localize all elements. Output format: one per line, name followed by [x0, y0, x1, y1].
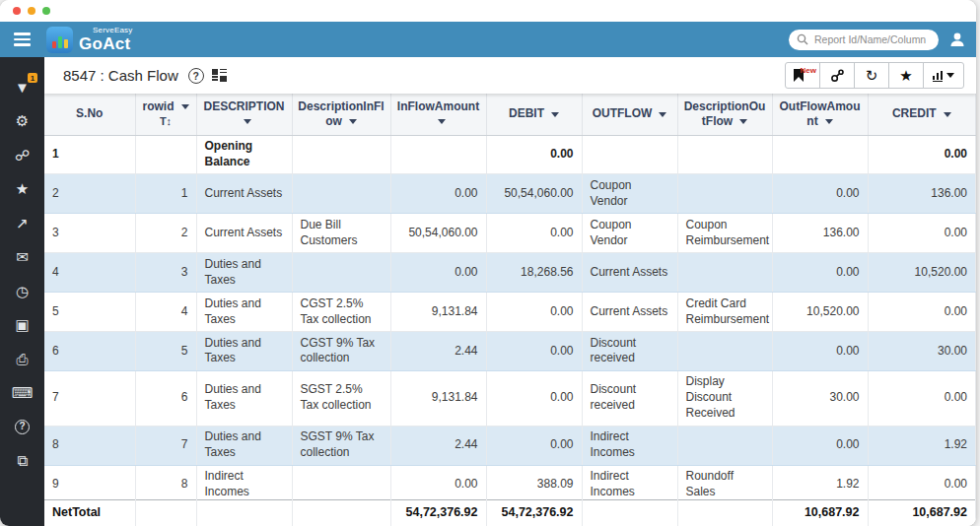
cell: 0.00	[772, 174, 868, 214]
app-header: ServeEasy GoAct	[0, 22, 976, 57]
cell: Coupon Vendor	[582, 174, 677, 214]
cell: CGST 9% Tax collection	[292, 332, 390, 371]
sidebar-item-mail[interactable]: ✉	[0, 240, 44, 275]
cell: 0.00	[772, 426, 868, 465]
sidebar-item-filter[interactable]: ▼1	[0, 70, 44, 104]
sort-caret-icon	[739, 119, 747, 124]
cell: 0.00	[772, 253, 868, 293]
net-total-value	[677, 499, 772, 526]
window-titlebar	[0, 0, 976, 22]
table-row[interactable]: 87Duties and TaxesSGST 9% Tax collection…	[44, 426, 976, 465]
cell: 7	[44, 370, 135, 426]
sidebar-item-history[interactable]: ◷	[0, 274, 44, 308]
report-grid-icon[interactable]	[212, 69, 227, 82]
net-total-value	[292, 499, 390, 526]
sidebar-item-settings[interactable]: ⚙	[0, 104, 44, 139]
cell: Roundoff Sales	[677, 465, 772, 498]
search-input[interactable]	[812, 33, 931, 46]
cell: 0.00	[868, 465, 976, 498]
sort-caret-icon	[944, 112, 951, 117]
sidebar-item-share[interactable]: ↗	[0, 206, 44, 240]
table-row[interactable]: 76Duties and TaxesSGST 2.5% Tax collecti…	[44, 370, 976, 426]
chart-view-button[interactable]	[923, 62, 964, 89]
column-header-description[interactable]: DESCRIPTION	[196, 94, 292, 135]
cell: 4	[135, 293, 196, 332]
window-maximize-button[interactable]	[42, 7, 50, 15]
cell: 388.09	[486, 465, 582, 498]
cash-flow-table: S.NorowidT↕DESCRIPTIONDescriptionInFlowI…	[44, 94, 976, 499]
cell: Duties and Taxes	[196, 253, 292, 293]
net-total-value: 10,687.92	[772, 499, 868, 526]
cell: 50,54,060.00	[486, 174, 582, 214]
cell: Due Bill Customers	[292, 214, 390, 253]
cell: Duties and Taxes	[196, 332, 292, 371]
refresh-button[interactable]: ↻	[854, 62, 889, 89]
window-close-button[interactable]	[13, 7, 21, 15]
bookmark-new-button[interactable]: New	[785, 62, 820, 89]
cell: Display Discount Received	[677, 370, 772, 426]
table-row[interactable]: 98Indirect Incomes0.00388.09Indirect Inc…	[44, 465, 976, 498]
cell: 1	[135, 174, 196, 214]
cell: 50,54,060.00	[390, 214, 486, 253]
net-total-label: NetTotal	[44, 499, 135, 526]
brand-logo[interactable]: ServeEasy GoAct	[46, 27, 132, 53]
column-header-descriptioninflow[interactable]: DescriptionInFlow	[292, 94, 390, 135]
sidebar-item-link[interactable]: ☍	[0, 138, 44, 172]
user-profile-icon[interactable]	[948, 31, 966, 48]
table-row[interactable]: 43Duties and Taxes0.0018,268.56Current A…	[44, 253, 976, 293]
column-header-inflowamount[interactable]: InFlowAmount	[390, 94, 486, 135]
cell	[292, 174, 390, 214]
table-row[interactable]: 65Duties and TaxesCGST 9% Tax collection…	[44, 332, 976, 371]
key-button[interactable]	[819, 62, 855, 89]
report-search[interactable]	[789, 30, 939, 50]
cell: 0.00	[390, 253, 486, 293]
sidebar-item-print[interactable]: ⎙	[0, 342, 44, 376]
cell: CGST 2.5% Tax collection	[292, 293, 390, 332]
sort-caret-icon	[181, 104, 189, 109]
table-header-row: S.NorowidT↕DESCRIPTIONDescriptionInFlowI…	[44, 94, 976, 135]
table-row[interactable]: 21Current Assets0.0050,54,060.00Coupon V…	[44, 174, 976, 214]
bar-chart-icon	[933, 70, 944, 82]
sidebar-nav: ▼1⚙☍★↗✉◷▣⎙⌨?⧉	[0, 57, 44, 526]
net-total-value	[135, 499, 196, 526]
cell: 0.00	[486, 135, 582, 174]
column-header-credit[interactable]: CREDIT	[868, 94, 976, 135]
sidebar-item-keyboard[interactable]: ⌨	[0, 376, 44, 411]
cell: 0.00	[390, 174, 486, 214]
column-header-outflowamount[interactable]: OutFlowAmount	[772, 94, 868, 135]
column-header-debit[interactable]: DEBIT	[486, 94, 582, 135]
favorite-button[interactable]: ★	[888, 62, 924, 89]
cell	[292, 135, 390, 174]
sidebar-item-image[interactable]: ▣	[0, 308, 44, 343]
window-minimize-button[interactable]	[28, 7, 35, 15]
cell: 9,131.84	[390, 370, 486, 426]
table-row[interactable]: 1Opening Balance0.000.00	[44, 135, 976, 174]
cell: Discount received	[582, 370, 677, 426]
help-icon[interactable]: ?	[188, 68, 204, 84]
link-icon: ☍	[15, 148, 30, 163]
column-header-rowid[interactable]: rowidT↕	[135, 94, 196, 135]
cell: 2	[44, 174, 135, 214]
cell	[582, 135, 677, 174]
menu-hamburger-icon[interactable]	[0, 33, 44, 46]
cell: 5	[44, 293, 135, 332]
cell: Opening Balance	[196, 135, 292, 174]
sidebar-item-help[interactable]: ?	[0, 410, 44, 444]
column-header-outflow[interactable]: OUTFLOW	[582, 94, 677, 135]
cell: 0.00	[868, 214, 976, 253]
refresh-icon: ↻	[866, 68, 878, 83]
star-icon: ★	[899, 68, 912, 83]
copy-icon: ⧉	[17, 453, 28, 468]
cell: 3	[135, 253, 196, 293]
cell: 6	[135, 370, 196, 426]
sidebar-item-favorites[interactable]: ★	[0, 172, 44, 207]
table-row[interactable]: 32Current AssetsDue Bill Customers50,54,…	[44, 214, 976, 253]
sidebar-item-copy[interactable]: ⧉	[0, 444, 44, 479]
cell: 0.00	[868, 293, 976, 332]
cell: 136.00	[772, 214, 868, 253]
column-header-descriptionoutflow[interactable]: DescriptionOutFlow	[677, 94, 772, 135]
grid-scroll-area[interactable]: S.NorowidT↕DESCRIPTIONDescriptionInFlowI…	[44, 94, 976, 499]
table-row[interactable]: 54Duties and TaxesCGST 2.5% Tax collecti…	[44, 293, 976, 332]
search-icon	[797, 33, 808, 45]
column-header-s-no: S.No	[44, 94, 135, 135]
